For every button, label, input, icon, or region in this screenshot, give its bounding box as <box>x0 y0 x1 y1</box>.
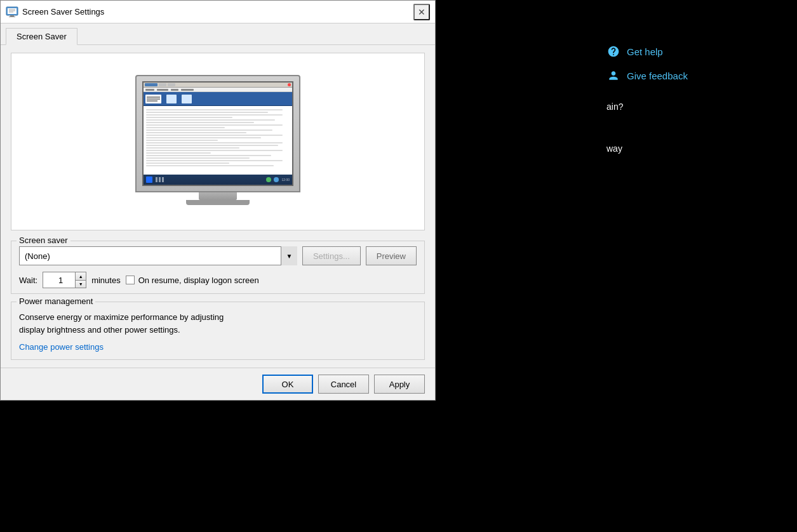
wait-minutes-label: minutes <box>91 276 121 285</box>
get-help-label: Get help <box>627 46 663 57</box>
wait-spinner[interactable]: ▲ ▼ <box>43 272 86 288</box>
preview-area: 12:00 <box>11 53 425 230</box>
give-feedback-item[interactable]: Give feedback <box>606 69 784 83</box>
logon-checkbox[interactable] <box>126 276 135 284</box>
monitor-base <box>186 200 250 205</box>
monitor-preview: 12:00 <box>135 75 300 208</box>
right-subtitle1: ain? <box>606 102 784 112</box>
dialog-title: Screen Saver Settings <box>22 7 104 17</box>
screen-saver-select[interactable]: (None) Blank Bubbles Mystify Photos Ribb… <box>19 246 297 265</box>
wait-input[interactable] <box>43 272 75 288</box>
change-power-settings-link[interactable]: Change power settings <box>19 342 104 352</box>
svg-rect-3 <box>9 17 15 17</box>
right-subtitle2: way <box>606 143 784 154</box>
wait-up-button[interactable]: ▲ <box>76 272 86 280</box>
title-bar-left: Screen Saver Settings <box>6 6 104 18</box>
get-help-item[interactable]: Get help <box>606 44 784 58</box>
monitor-stand <box>199 192 237 200</box>
tab-screen-saver[interactable]: Screen Saver <box>6 28 77 45</box>
close-button[interactable]: ✕ <box>413 4 430 20</box>
ss-select-wrapper: (None) Blank Bubbles Mystify Photos Ribb… <box>19 246 297 265</box>
help-icon <box>606 44 620 58</box>
apply-button[interactable]: Apply <box>374 375 425 394</box>
cancel-button[interactable]: Cancel <box>318 375 369 394</box>
svg-rect-2 <box>10 15 14 17</box>
wait-down-button[interactable]: ▼ <box>76 280 86 288</box>
logon-checkbox-text: On resume, display logon screen <box>138 276 259 285</box>
power-management-section: Power management Conserve energy or maxi… <box>11 302 425 360</box>
monitor-screen: 12:00 <box>142 81 293 186</box>
wait-arrows: ▲ ▼ <box>75 272 86 288</box>
feedback-icon <box>606 69 620 83</box>
screen-saver-label: Screen saver <box>17 236 70 245</box>
tab-bar: Screen Saver <box>1 23 435 45</box>
right-panel: Get help Give feedback ain? way <box>594 38 797 160</box>
ss-controls-row: (None) Blank Bubbles Mystify Photos Ribb… <box>19 246 417 265</box>
screen-content: 12:00 <box>144 83 292 185</box>
power-description: Conserve energy or maximize performance … <box>19 311 417 336</box>
logon-checkbox-label[interactable]: On resume, display logon screen <box>126 276 259 285</box>
monitor-body: 12:00 <box>135 75 300 192</box>
give-feedback-label: Give feedback <box>627 70 688 81</box>
preview-button[interactable]: Preview <box>366 246 417 265</box>
dialog-icon <box>6 6 18 18</box>
dialog-body: 12:00 Screen saver (None) <box>1 45 435 368</box>
dialog-footer: OK Cancel Apply <box>1 368 435 400</box>
screen-saver-section: Screen saver (None) Blank Bubbles Mystif… <box>11 241 425 294</box>
power-title: Power management <box>17 296 95 306</box>
wait-label: Wait: <box>19 276 37 285</box>
wait-row: Wait: ▲ ▼ minutes On resume, display log… <box>19 272 417 288</box>
ok-button[interactable]: OK <box>262 375 313 394</box>
screen-saver-dialog: Screen Saver Settings ✕ Screen Saver <box>0 0 436 401</box>
screen-taskbar: 12:00 <box>144 175 292 185</box>
settings-button[interactable]: Settings... <box>302 246 361 265</box>
dialog-title-bar: Screen Saver Settings ✕ <box>1 1 435 23</box>
